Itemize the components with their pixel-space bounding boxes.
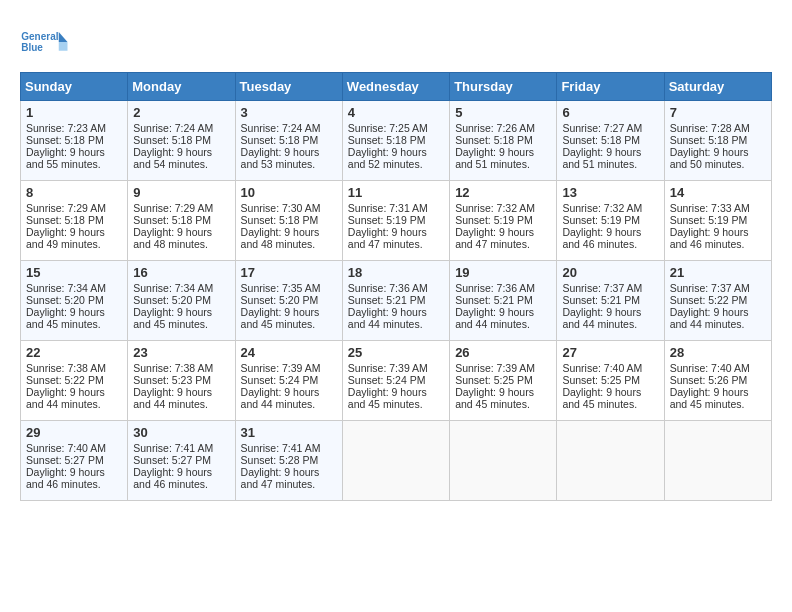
calendar-cell: 22Sunrise: 7:38 AMSunset: 5:22 PMDayligh… xyxy=(21,341,128,421)
daylight: Daylight: 9 hours and 51 minutes. xyxy=(562,146,641,170)
calendar-cell: 16Sunrise: 7:34 AMSunset: 5:20 PMDayligh… xyxy=(128,261,235,341)
daylight: Daylight: 9 hours and 44 minutes. xyxy=(133,386,212,410)
calendar-cell xyxy=(450,421,557,501)
day-number: 11 xyxy=(348,185,444,200)
calendar-cell: 7Sunrise: 7:28 AMSunset: 5:18 PMDaylight… xyxy=(664,101,771,181)
calendar-cell: 19Sunrise: 7:36 AMSunset: 5:21 PMDayligh… xyxy=(450,261,557,341)
day-number: 30 xyxy=(133,425,229,440)
daylight: Daylight: 9 hours and 48 minutes. xyxy=(241,226,320,250)
sunset: Sunset: 5:21 PM xyxy=(348,294,426,306)
sunset: Sunset: 5:19 PM xyxy=(348,214,426,226)
day-number: 1 xyxy=(26,105,122,120)
daylight: Daylight: 9 hours and 47 minutes. xyxy=(455,226,534,250)
daylight: Daylight: 9 hours and 46 minutes. xyxy=(562,226,641,250)
daylight: Daylight: 9 hours and 51 minutes. xyxy=(455,146,534,170)
calendar-cell: 28Sunrise: 7:40 AMSunset: 5:26 PMDayligh… xyxy=(664,341,771,421)
calendar-cell: 20Sunrise: 7:37 AMSunset: 5:21 PMDayligh… xyxy=(557,261,664,341)
calendar-cell: 13Sunrise: 7:32 AMSunset: 5:19 PMDayligh… xyxy=(557,181,664,261)
calendar-week-2: 8Sunrise: 7:29 AMSunset: 5:18 PMDaylight… xyxy=(21,181,772,261)
column-header-wednesday: Wednesday xyxy=(342,73,449,101)
logo-svg: General Blue xyxy=(20,20,70,64)
sunrise: Sunrise: 7:39 AM xyxy=(348,362,428,374)
sunset: Sunset: 5:27 PM xyxy=(26,454,104,466)
sunset: Sunset: 5:18 PM xyxy=(241,134,319,146)
sunrise: Sunrise: 7:41 AM xyxy=(133,442,213,454)
calendar-week-5: 29Sunrise: 7:40 AMSunset: 5:27 PMDayligh… xyxy=(21,421,772,501)
calendar-cell: 14Sunrise: 7:33 AMSunset: 5:19 PMDayligh… xyxy=(664,181,771,261)
calendar-cell xyxy=(557,421,664,501)
day-number: 28 xyxy=(670,345,766,360)
day-number: 26 xyxy=(455,345,551,360)
column-header-monday: Monday xyxy=(128,73,235,101)
day-number: 10 xyxy=(241,185,337,200)
day-number: 5 xyxy=(455,105,551,120)
page-header: General Blue xyxy=(20,20,772,64)
sunset: Sunset: 5:28 PM xyxy=(241,454,319,466)
sunrise: Sunrise: 7:40 AM xyxy=(670,362,750,374)
calendar-cell: 1Sunrise: 7:23 AMSunset: 5:18 PMDaylight… xyxy=(21,101,128,181)
sunset: Sunset: 5:19 PM xyxy=(670,214,748,226)
sunset: Sunset: 5:26 PM xyxy=(670,374,748,386)
day-number: 4 xyxy=(348,105,444,120)
daylight: Daylight: 9 hours and 46 minutes. xyxy=(133,466,212,490)
day-number: 7 xyxy=(670,105,766,120)
calendar-cell: 24Sunrise: 7:39 AMSunset: 5:24 PMDayligh… xyxy=(235,341,342,421)
sunrise: Sunrise: 7:36 AM xyxy=(455,282,535,294)
sunrise: Sunrise: 7:29 AM xyxy=(26,202,106,214)
svg-marker-2 xyxy=(59,32,68,42)
daylight: Daylight: 9 hours and 55 minutes. xyxy=(26,146,105,170)
calendar-cell: 23Sunrise: 7:38 AMSunset: 5:23 PMDayligh… xyxy=(128,341,235,421)
sunrise: Sunrise: 7:29 AM xyxy=(133,202,213,214)
sunset: Sunset: 5:18 PM xyxy=(455,134,533,146)
day-number: 23 xyxy=(133,345,229,360)
sunrise: Sunrise: 7:30 AM xyxy=(241,202,321,214)
calendar-cell: 3Sunrise: 7:24 AMSunset: 5:18 PMDaylight… xyxy=(235,101,342,181)
calendar-cell: 21Sunrise: 7:37 AMSunset: 5:22 PMDayligh… xyxy=(664,261,771,341)
calendar-cell: 18Sunrise: 7:36 AMSunset: 5:21 PMDayligh… xyxy=(342,261,449,341)
sunrise: Sunrise: 7:24 AM xyxy=(133,122,213,134)
sunset: Sunset: 5:18 PM xyxy=(670,134,748,146)
calendar-week-1: 1Sunrise: 7:23 AMSunset: 5:18 PMDaylight… xyxy=(21,101,772,181)
sunrise: Sunrise: 7:32 AM xyxy=(562,202,642,214)
daylight: Daylight: 9 hours and 49 minutes. xyxy=(26,226,105,250)
calendar-cell xyxy=(342,421,449,501)
sunset: Sunset: 5:24 PM xyxy=(348,374,426,386)
sunrise: Sunrise: 7:32 AM xyxy=(455,202,535,214)
column-header-friday: Friday xyxy=(557,73,664,101)
day-number: 14 xyxy=(670,185,766,200)
sunset: Sunset: 5:18 PM xyxy=(133,134,211,146)
sunset: Sunset: 5:21 PM xyxy=(562,294,640,306)
calendar-cell: 2Sunrise: 7:24 AMSunset: 5:18 PMDaylight… xyxy=(128,101,235,181)
calendar-cell: 30Sunrise: 7:41 AMSunset: 5:27 PMDayligh… xyxy=(128,421,235,501)
calendar-cell: 11Sunrise: 7:31 AMSunset: 5:19 PMDayligh… xyxy=(342,181,449,261)
day-number: 8 xyxy=(26,185,122,200)
svg-text:General: General xyxy=(21,31,58,42)
day-number: 24 xyxy=(241,345,337,360)
calendar-cell: 15Sunrise: 7:34 AMSunset: 5:20 PMDayligh… xyxy=(21,261,128,341)
sunrise: Sunrise: 7:24 AM xyxy=(241,122,321,134)
day-number: 3 xyxy=(241,105,337,120)
daylight: Daylight: 9 hours and 52 minutes. xyxy=(348,146,427,170)
daylight: Daylight: 9 hours and 47 minutes. xyxy=(241,466,320,490)
daylight: Daylight: 9 hours and 53 minutes. xyxy=(241,146,320,170)
sunset: Sunset: 5:20 PM xyxy=(26,294,104,306)
sunrise: Sunrise: 7:28 AM xyxy=(670,122,750,134)
calendar-cell: 25Sunrise: 7:39 AMSunset: 5:24 PMDayligh… xyxy=(342,341,449,421)
daylight: Daylight: 9 hours and 44 minutes. xyxy=(670,306,749,330)
daylight: Daylight: 9 hours and 47 minutes. xyxy=(348,226,427,250)
sunset: Sunset: 5:21 PM xyxy=(455,294,533,306)
column-header-thursday: Thursday xyxy=(450,73,557,101)
sunset: Sunset: 5:22 PM xyxy=(670,294,748,306)
calendar-cell: 8Sunrise: 7:29 AMSunset: 5:18 PMDaylight… xyxy=(21,181,128,261)
calendar-cell: 9Sunrise: 7:29 AMSunset: 5:18 PMDaylight… xyxy=(128,181,235,261)
day-number: 22 xyxy=(26,345,122,360)
sunrise: Sunrise: 7:27 AM xyxy=(562,122,642,134)
daylight: Daylight: 9 hours and 44 minutes. xyxy=(348,306,427,330)
sunset: Sunset: 5:18 PM xyxy=(562,134,640,146)
calendar-cell xyxy=(664,421,771,501)
daylight: Daylight: 9 hours and 44 minutes. xyxy=(26,386,105,410)
day-number: 13 xyxy=(562,185,658,200)
sunset: Sunset: 5:24 PM xyxy=(241,374,319,386)
daylight: Daylight: 9 hours and 45 minutes. xyxy=(241,306,320,330)
day-number: 19 xyxy=(455,265,551,280)
